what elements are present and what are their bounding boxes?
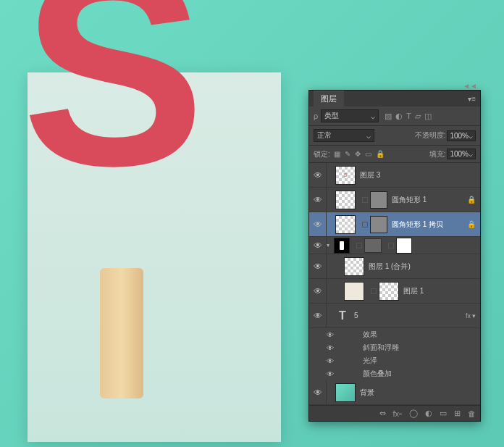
link-icon[interactable] xyxy=(356,243,362,248)
collapse-arrow-icon[interactable]: ▾ xyxy=(327,242,334,248)
layer-row-background[interactable]: 👁 背景 xyxy=(309,380,480,405)
popsicle-stick xyxy=(100,268,143,398)
visibility-icon[interactable]: 👁 xyxy=(309,237,327,254)
visibility-icon[interactable]: 👁 xyxy=(327,370,344,378)
effects-header[interactable]: 👁 效果 xyxy=(309,328,480,341)
filter-shape-icon[interactable]: ▱ xyxy=(415,112,421,121)
filter-label: 类型 xyxy=(324,111,339,121)
chevron-down-icon: ⌵ xyxy=(469,132,473,140)
filter-type-icon[interactable]: T xyxy=(406,112,411,120)
layer-name[interactable]: 图层 1 (合并) xyxy=(369,262,476,272)
trash-icon[interactable]: 🗑 xyxy=(468,409,476,418)
effect-item[interactable]: 👁 颜色叠加 xyxy=(309,367,480,380)
visibility-icon[interactable]: 👁 xyxy=(309,163,327,187)
lock-label: 锁定: xyxy=(314,149,330,159)
visibility-icon[interactable]: 👁 xyxy=(309,380,327,404)
opacity-label: 不透明度: xyxy=(415,130,446,141)
panel-tabs: 图层 ▾≡ xyxy=(309,91,480,106)
lock-icon: 🔒 xyxy=(467,196,476,204)
type-layer-icon[interactable]: T xyxy=(335,306,350,325)
lock-icon: 🔒 xyxy=(467,220,476,228)
adjustment-icon[interactable]: ◐ xyxy=(425,409,432,418)
layer-row[interactable]: 👁 图层 1 (合并) xyxy=(309,254,480,279)
layer-row[interactable]: 👁 S 图层 3 xyxy=(309,163,480,188)
layers-list: 👁 S 图层 3 👁 圆角矩形 1 🔒 👁 圆角矩形 1 拷贝 🔒 👁 ▾ xyxy=(309,163,480,405)
effect-item[interactable]: 👁 光泽 xyxy=(309,354,480,367)
fx-badge[interactable]: fx ▾ xyxy=(466,312,476,319)
visibility-icon[interactable]: 👁 xyxy=(327,357,344,365)
link-icon[interactable] xyxy=(388,243,394,248)
chevron-down-icon: ⌵ xyxy=(366,132,371,140)
layer-group-row[interactable]: 👁 ▾ xyxy=(309,237,480,254)
layer-thumb[interactable] xyxy=(344,282,364,301)
filter-pixel-icon[interactable]: ▧ xyxy=(385,112,392,121)
layer-thumb[interactable] xyxy=(335,383,356,402)
lock-transparency-icon[interactable]: ▦ xyxy=(334,150,340,158)
panel-menu-icon[interactable]: ▾≡ xyxy=(468,95,476,103)
layer-name[interactable]: 圆角矩形 1 xyxy=(392,195,464,205)
layer-thumb[interactable]: S xyxy=(335,166,356,185)
visibility-icon[interactable]: 👁 xyxy=(327,331,344,339)
layer-name[interactable]: 5 xyxy=(354,312,463,319)
layer-name[interactable]: 圆角矩形 1 拷贝 xyxy=(392,220,464,230)
effect-item[interactable]: 👁 斜面和浮雕 xyxy=(309,341,480,354)
fx-icon[interactable]: fx▫ xyxy=(393,409,402,418)
effect-name: 斜面和浮雕 xyxy=(363,343,399,353)
effect-name: 光泽 xyxy=(363,356,377,366)
opacity-input[interactable]: 100%⌵ xyxy=(447,130,476,141)
layer-name[interactable]: 背景 xyxy=(360,388,476,398)
filter-smart-icon[interactable]: ◫ xyxy=(424,112,432,121)
smart-thumb[interactable] xyxy=(379,282,399,301)
link-layers-icon[interactable]: ⇔ xyxy=(379,409,386,418)
layer-thumb[interactable] xyxy=(335,191,356,209)
layer-row[interactable]: 👁 圆角矩形 1 拷贝 🔒 xyxy=(309,212,480,237)
lock-all-icon[interactable]: 🔒 xyxy=(376,150,385,158)
blend-mode-label: 正常 xyxy=(317,130,332,141)
lock-position-icon[interactable]: ✥ xyxy=(355,150,361,158)
group-icon[interactable]: ▭ xyxy=(440,409,447,418)
mask-thumb[interactable] xyxy=(396,238,412,254)
layer-row[interactable]: 👁 圆角矩形 1 🔒 xyxy=(309,188,480,212)
new-layer-icon[interactable]: ⊞ xyxy=(454,409,461,418)
fill-input[interactable]: 100%⌵ xyxy=(447,149,476,159)
layers-panel: ◄◄ 图层 ▾≡ ρ 类型 ⌵ ▧ ◐ T ▱ ◫ 正常 ⌵ 不透明度: 100… xyxy=(308,90,481,422)
effect-name: 颜色叠加 xyxy=(363,369,392,379)
filter-icons: ▧ ◐ T ▱ ◫ xyxy=(385,112,432,121)
link-icon[interactable] xyxy=(371,288,377,294)
link-icon[interactable] xyxy=(362,197,368,203)
chevron-down-icon: ⌵ xyxy=(469,150,473,158)
link-icon[interactable] xyxy=(362,222,368,227)
panel-collapse-icon[interactable]: ◄◄ xyxy=(463,82,477,90)
lock-paint-icon[interactable]: ✎ xyxy=(345,150,350,158)
search-icon[interactable]: ρ xyxy=(314,112,318,120)
layer-name[interactable]: 图层 1 xyxy=(403,286,476,296)
lock-artboard-icon[interactable]: ▭ xyxy=(365,150,371,158)
layer-row[interactable]: 👁 图层 1 xyxy=(309,279,480,304)
layer-thumb[interactable] xyxy=(344,257,364,276)
vector-mask-thumb[interactable] xyxy=(370,216,387,233)
tab-layers[interactable]: 图层 xyxy=(314,91,344,106)
lock-row: 锁定: ▦ ✎ ✥ ▭ 🔒 填充: 100%⌵ xyxy=(309,146,480,163)
mask-thumb[interactable] xyxy=(334,238,350,254)
visibility-icon[interactable]: 👁 xyxy=(309,279,327,303)
layer-thumb[interactable] xyxy=(335,215,356,234)
layer-row-type[interactable]: 👁 T 5 fx ▾ xyxy=(309,304,480,328)
effects-label: 效果 xyxy=(363,330,377,340)
visibility-icon[interactable]: 👁 xyxy=(309,254,327,278)
vector-mask-thumb[interactable] xyxy=(370,191,387,209)
mask-icon[interactable]: ◯ xyxy=(409,409,418,418)
filter-type-select[interactable]: 类型 ⌵ xyxy=(321,109,379,122)
letter-s-shape: S xyxy=(22,0,196,214)
visibility-icon[interactable]: 👁 xyxy=(309,212,327,236)
fill-label: 填充: xyxy=(429,149,446,159)
visibility-icon[interactable]: 👁 xyxy=(327,344,344,352)
layer-name[interactable]: 图层 3 xyxy=(360,170,476,180)
blend-mode-select[interactable]: 正常 ⌵ xyxy=(314,129,374,142)
folder-icon[interactable] xyxy=(364,238,382,253)
visibility-icon[interactable]: 👁 xyxy=(309,188,327,212)
filter-row: ρ 类型 ⌵ ▧ ◐ T ▱ ◫ xyxy=(309,106,480,126)
blend-row: 正常 ⌵ 不透明度: 100%⌵ xyxy=(309,126,480,146)
panel-footer: ⇔ fx▫ ◯ ◐ ▭ ⊞ 🗑 xyxy=(309,405,480,421)
filter-adjust-icon[interactable]: ◐ xyxy=(395,112,403,121)
visibility-icon[interactable]: 👁 xyxy=(309,304,327,327)
